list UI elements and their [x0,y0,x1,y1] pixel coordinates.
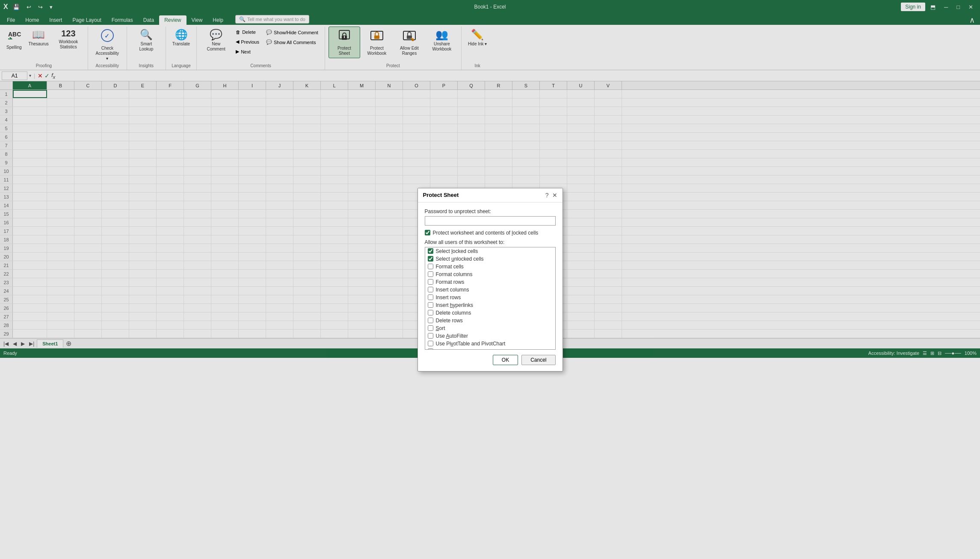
insert-hyperlinks-label: Insert hyperlinks [436,302,473,308]
dialog-title-bar: Protect Sheet ? ✕ [418,188,563,202]
format-cells-label: Format cells [436,264,464,270]
edit-objects-checkbox[interactable] [428,348,433,350]
protect-contents-label: Protect worksheet and contents of locked… [433,230,539,236]
use-autofilter-checkbox[interactable] [428,333,433,339]
list-item-use-pivottable: Use PivotTable and PivotChart [425,340,555,348]
dialog-help-button[interactable]: ? [545,192,549,199]
list-item-format-rows: Format rows [425,278,555,286]
dialog-overlay: Protect Sheet ? ✕ Password to unprotect … [0,0,980,358]
sort-label: Sort [436,325,445,331]
use-autofilter-label: Use AutoFilter [436,333,468,339]
list-item-sort: Sort [425,324,555,332]
dialog-close-button[interactable]: ✕ [552,192,557,199]
list-item-insert-rows: Insert rows [425,294,555,301]
insert-rows-label: Insert rows [436,294,461,300]
format-cells-checkbox[interactable] [428,264,433,269]
insert-columns-checkbox[interactable] [428,287,433,292]
use-pivottable-label: Use PivotTable and PivotChart [436,341,506,347]
select-unlocked-label: Select unlocked cells [436,256,484,262]
sort-checkbox[interactable] [428,325,433,331]
delete-columns-checkbox[interactable] [428,310,433,315]
delete-rows-checkbox[interactable] [428,318,433,323]
delete-rows-label: Delete rows [436,318,463,324]
select-locked-label: Select locked cells [436,248,478,254]
ok-button[interactable]: OK [493,355,518,358]
protect-contents-row: Protect worksheet and contents of locked… [425,230,556,236]
insert-rows-checkbox[interactable] [428,294,433,300]
format-columns-checkbox[interactable] [428,271,433,277]
allow-users-label: Allow all users of this worksheet to: [425,239,556,245]
edit-objects-label: Edit objects [436,348,462,350]
list-item-select-locked: Select locked cells [425,247,555,255]
list-item-insert-hyperlinks: Insert hyperlinks [425,301,555,309]
protect-sheet-dialog: Protect Sheet ? ✕ Password to unprotect … [417,188,563,358]
format-rows-label: Format rows [436,279,465,285]
list-item-insert-columns: Insert columns [425,286,555,294]
list-item-use-autofilter: Use AutoFilter [425,332,555,340]
protect-contents-checkbox[interactable] [425,230,430,235]
permissions-list: Select locked cells Select unlocked cell… [425,247,556,350]
list-item-delete-rows: Delete rows [425,317,555,324]
list-item-select-unlocked: Select unlocked cells [425,255,555,263]
dialog-body: Password to unprotect sheet: Protect wor… [418,202,563,358]
insert-columns-label: Insert columns [436,287,469,293]
dialog-buttons: OK Cancel [425,355,556,358]
dialog-title-icons: ? ✕ [545,192,557,199]
format-rows-checkbox[interactable] [428,279,433,285]
use-pivottable-checkbox[interactable] [428,341,433,346]
list-item-delete-columns: Delete columns [425,309,555,317]
list-item-format-columns: Format columns [425,271,555,278]
list-item-edit-objects: Edit objects [425,348,555,350]
cancel-button[interactable]: Cancel [521,355,555,358]
list-item-format-cells: Format cells [425,263,555,271]
password-label: Password to unprotect sheet: [425,208,556,214]
password-input[interactable] [425,216,556,226]
dialog-title: Protect Sheet [423,192,459,198]
insert-hyperlinks-checkbox[interactable] [428,302,433,308]
select-unlocked-checkbox[interactable] [428,256,433,262]
format-columns-label: Format columns [436,271,473,277]
select-locked-checkbox[interactable] [428,248,433,254]
delete-columns-label: Delete columns [436,310,471,316]
